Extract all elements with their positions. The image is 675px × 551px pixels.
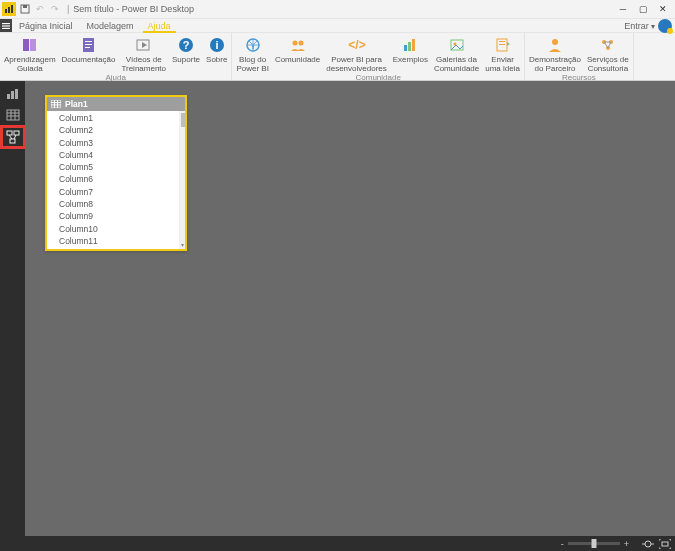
ribbon-samples[interactable]: Exemplos <box>390 35 431 64</box>
view-report-button[interactable] <box>2 85 24 103</box>
zoom-out-button[interactable]: - <box>561 539 564 549</box>
svg-rect-26 <box>412 39 415 51</box>
svg-rect-7 <box>2 27 10 28</box>
tab-modeling[interactable]: Modelagem <box>80 19 141 32</box>
ribbon-guided-label: Aprendizagem Guiada <box>4 55 56 73</box>
ribbon-idea-label: Enviar uma ideia <box>485 55 520 73</box>
qat-undo-icon[interactable]: ↶ <box>34 2 46 16</box>
svg-rect-4 <box>23 5 27 8</box>
partner-icon <box>546 36 564 54</box>
svg-point-21 <box>292 41 297 46</box>
table-column-item[interactable]: Column10 <box>47 223 185 235</box>
svg-rect-9 <box>30 39 36 51</box>
table-column-item[interactable]: Column4 <box>47 149 185 161</box>
table-column-item[interactable]: Column9 <box>47 210 185 222</box>
svg-rect-40 <box>7 94 10 99</box>
table-column-item[interactable]: Column5 <box>47 161 185 173</box>
people-icon <box>289 36 307 54</box>
table-scrollbar[interactable]: ▾ <box>179 111 185 249</box>
powerbi-logo <box>2 2 16 16</box>
svg-point-58 <box>645 541 651 547</box>
svg-rect-53 <box>51 100 61 108</box>
zoom-slider-thumb[interactable] <box>591 539 596 548</box>
ribbon-consult-label: Serviços de Consultoria <box>587 55 629 73</box>
svg-line-38 <box>604 42 608 48</box>
svg-rect-13 <box>85 47 90 48</box>
zoom-control[interactable]: - + <box>561 539 629 549</box>
window-title: Sem título - Power BI Desktop <box>73 4 194 14</box>
svg-rect-24 <box>404 45 407 51</box>
ribbon-guided-learning[interactable]: Aprendizagem Guiada <box>1 35 59 73</box>
table-column-item[interactable]: Column7 <box>47 186 185 198</box>
tab-home[interactable]: Página Inicial <box>12 19 80 32</box>
view-model-button[interactable] <box>2 127 24 147</box>
ribbon-about-label: Sobre <box>206 55 227 64</box>
consulting-icon <box>599 36 617 54</box>
zoom-in-button[interactable]: + <box>624 539 629 549</box>
ribbon-galleries[interactable]: Galerias da Comunidade <box>431 35 482 73</box>
tab-modeling-label: Modelagem <box>87 21 134 31</box>
svg-rect-48 <box>7 131 12 135</box>
help-icon: ? <box>177 36 195 54</box>
svg-rect-11 <box>85 41 92 42</box>
table-column-item[interactable]: Column11 <box>47 235 185 247</box>
svg-rect-0 <box>5 9 7 13</box>
table-card[interactable]: Plan1 ▾ Column1Column2Column3Column4Colu… <box>45 95 187 251</box>
svg-rect-6 <box>2 25 10 26</box>
svg-rect-42 <box>15 89 18 99</box>
video-icon <box>135 36 153 54</box>
close-button[interactable]: ✕ <box>653 0 673 18</box>
document-icon <box>80 36 98 54</box>
ribbon-idea[interactable]: Enviar uma ideia <box>482 35 523 73</box>
svg-text:?: ? <box>183 39 190 51</box>
fit-to-page-button[interactable] <box>642 539 654 549</box>
scroll-down-icon[interactable]: ▾ <box>181 241 184 248</box>
table-column-item[interactable]: Column3 <box>47 137 185 149</box>
svg-rect-41 <box>11 91 14 99</box>
ribbon-documentation[interactable]: Documentação <box>59 35 119 64</box>
ribbon-devs-label: Power BI para desenvolvedores <box>326 55 386 73</box>
chart-icon-ribbon <box>401 36 419 54</box>
maximize-button[interactable]: ▢ <box>633 0 653 18</box>
table-icon <box>51 100 61 108</box>
ribbon-about[interactable]: i Sobre <box>203 35 230 64</box>
model-canvas[interactable]: Plan1 ▾ Column1Column2Column3Column4Colu… <box>25 81 675 536</box>
svg-marker-15 <box>142 42 147 48</box>
zoom-slider-track[interactable] <box>568 542 620 545</box>
gallery-icon <box>448 36 466 54</box>
table-column-item[interactable]: Column1 <box>47 112 185 124</box>
ribbon-blog[interactable]: Blog do Power BI <box>233 35 271 73</box>
book-icon <box>21 36 39 54</box>
tab-help[interactable]: Ajuda <box>141 19 178 32</box>
blog-icon <box>244 36 262 54</box>
ribbon-devs[interactable]: </> Power BI para desenvolvedores <box>323 35 389 73</box>
minimize-button[interactable]: ─ <box>613 0 633 18</box>
table-card-title: Plan1 <box>65 99 88 109</box>
svg-rect-61 <box>662 542 668 546</box>
scrollbar-thumb[interactable] <box>181 113 185 127</box>
table-column-item[interactable]: Column8 <box>47 198 185 210</box>
view-data-button[interactable] <box>2 106 24 124</box>
table-column-item[interactable]: Column6 <box>47 173 185 185</box>
info-icon: i <box>208 36 226 54</box>
signin-link[interactable]: Entrar <box>624 21 655 31</box>
ribbon-support[interactable]: ? Suporte <box>169 35 203 64</box>
file-tab[interactable] <box>0 19 12 32</box>
ribbon-training-videos[interactable]: Vídeos de Treinamento <box>118 35 169 73</box>
profile-icon[interactable] <box>658 19 672 33</box>
ribbon-blog-label: Blog do Power BI <box>236 55 268 73</box>
table-column-item[interactable]: Column2 <box>47 124 185 136</box>
fit-to-screen-button[interactable] <box>659 539 671 549</box>
svg-rect-8 <box>23 39 29 51</box>
svg-point-33 <box>552 39 558 45</box>
tab-home-label: Página Inicial <box>19 21 73 31</box>
table-card-header[interactable]: Plan1 <box>47 97 185 111</box>
qat-save-icon[interactable] <box>19 2 31 16</box>
svg-rect-5 <box>2 23 10 24</box>
ribbon-consulting[interactable]: Serviços de Consultoria <box>584 35 632 73</box>
qat-redo-icon[interactable]: ↷ <box>49 2 61 16</box>
svg-text:i: i <box>215 39 218 51</box>
svg-text:</>: </> <box>348 38 365 52</box>
ribbon-demo[interactable]: Demonstração do Parceiro <box>526 35 584 73</box>
ribbon-community[interactable]: Comunidade <box>272 35 323 64</box>
